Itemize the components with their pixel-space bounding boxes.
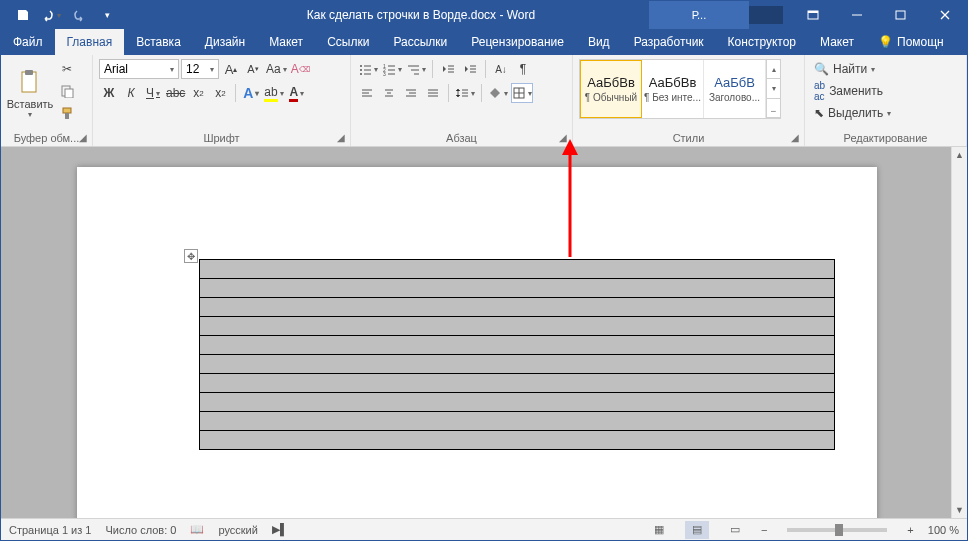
maximize-icon[interactable] — [879, 1, 923, 29]
table-row[interactable] — [200, 355, 835, 374]
scroll-down-icon[interactable]: ▼ — [952, 502, 967, 518]
paste-button[interactable]: Вставить ▾ — [7, 59, 53, 127]
group-styles-label: Стили — [579, 130, 798, 146]
font-launcher[interactable]: ◢ — [334, 130, 348, 144]
bullets-icon[interactable] — [357, 59, 379, 79]
tab-design[interactable]: Дизайн — [193, 29, 257, 55]
change-case-icon[interactable]: Aa — [265, 59, 288, 79]
format-painter-icon[interactable] — [57, 103, 77, 123]
read-mode-icon[interactable]: ▦ — [647, 521, 671, 539]
styles-launcher[interactable]: ◢ — [788, 130, 802, 144]
italic-button[interactable]: К — [121, 83, 141, 103]
tab-review[interactable]: Рецензирование — [459, 29, 576, 55]
ribbon-options-icon[interactable] — [791, 1, 835, 29]
zoom-level[interactable]: 100 % — [928, 524, 959, 536]
tab-insert[interactable]: Вставка — [124, 29, 193, 55]
group-font-label: Шрифт — [99, 130, 344, 146]
tab-table-layout[interactable]: Макет — [808, 29, 866, 55]
text-effects-icon[interactable]: A — [241, 83, 261, 103]
numbering-icon[interactable]: 123 — [381, 59, 403, 79]
font-size-combo[interactable]: 12▾ — [181, 59, 219, 79]
style-no-spacing[interactable]: АаБбВв ¶ Без инте... — [642, 60, 704, 118]
multilevel-icon[interactable] — [405, 59, 427, 79]
share-button[interactable] — [956, 29, 968, 55]
table-row[interactable] — [200, 298, 835, 317]
align-right-icon[interactable] — [401, 83, 421, 103]
table-row[interactable] — [200, 317, 835, 336]
table-row[interactable] — [200, 279, 835, 298]
table-row[interactable] — [200, 412, 835, 431]
vertical-scrollbar[interactable]: ▲ ▼ — [951, 147, 967, 518]
quick-access-toolbar: ▾ — [1, 3, 119, 27]
align-center-icon[interactable] — [379, 83, 399, 103]
tab-developer[interactable]: Разработчик — [622, 29, 716, 55]
find-button[interactable]: 🔍 Найти ▾ — [811, 59, 894, 79]
tab-file[interactable]: Файл — [1, 29, 55, 55]
table-row[interactable] — [200, 336, 835, 355]
tab-layout[interactable]: Макет — [257, 29, 315, 55]
select-button[interactable]: ⬉ Выделить ▾ — [811, 103, 894, 123]
zoom-out-icon[interactable]: − — [761, 524, 767, 536]
paragraph-launcher[interactable]: ◢ — [556, 130, 570, 144]
status-words[interactable]: Число слов: 0 — [105, 524, 176, 536]
save-icon[interactable] — [11, 3, 35, 27]
redo-icon[interactable] — [67, 3, 91, 27]
increase-indent-icon[interactable] — [460, 59, 480, 79]
justify-icon[interactable] — [423, 83, 443, 103]
decrease-indent-icon[interactable] — [438, 59, 458, 79]
replace-button[interactable]: abac Заменить — [811, 81, 894, 101]
subscript-icon[interactable]: x2 — [188, 83, 208, 103]
align-left-icon[interactable] — [357, 83, 377, 103]
scroll-up-icon[interactable]: ▲ — [952, 147, 967, 163]
style-gallery-expand[interactable]: ▴▾⎯ — [766, 60, 780, 118]
style-heading1[interactable]: АаБбВ Заголово... — [704, 60, 766, 118]
show-marks-icon[interactable]: ¶ — [513, 59, 533, 79]
table-row[interactable] — [200, 260, 835, 279]
status-language[interactable]: русский — [218, 524, 257, 536]
document-table[interactable] — [199, 259, 835, 450]
clipboard-launcher[interactable]: ◢ — [76, 130, 90, 144]
svg-rect-1 — [808, 11, 818, 13]
minimize-icon[interactable] — [835, 1, 879, 29]
highlight-icon[interactable]: ab — [263, 83, 284, 103]
cut-icon[interactable]: ✂ — [57, 59, 77, 79]
zoom-slider[interactable] — [787, 528, 887, 532]
copy-icon[interactable] — [57, 81, 77, 101]
style-normal[interactable]: АаБбВв ¶ Обычный — [580, 60, 642, 118]
tab-table-design[interactable]: Конструктор — [716, 29, 808, 55]
tab-home[interactable]: Главная — [55, 29, 125, 55]
macro-icon[interactable]: ▶▌ — [272, 523, 288, 536]
print-layout-icon[interactable]: ▤ — [685, 521, 709, 539]
shading-icon[interactable] — [487, 83, 509, 103]
replace-icon: abac — [814, 80, 825, 102]
web-layout-icon[interactable]: ▭ — [723, 521, 747, 539]
table-row[interactable] — [200, 431, 835, 450]
table-move-handle[interactable]: ✥ — [184, 249, 198, 263]
tell-me[interactable]: 💡 Помощн — [866, 29, 956, 55]
underline-button[interactable]: Ч — [143, 83, 163, 103]
tab-view[interactable]: Вид — [576, 29, 622, 55]
shrink-font-icon[interactable]: A▾ — [243, 59, 263, 79]
tab-mailings[interactable]: Рассылки — [381, 29, 459, 55]
close-icon[interactable] — [923, 1, 967, 29]
tab-references[interactable]: Ссылки — [315, 29, 381, 55]
sort-icon[interactable]: A↓ — [491, 59, 511, 79]
superscript-icon[interactable]: x2 — [210, 83, 230, 103]
clear-format-icon[interactable]: A⌫ — [290, 59, 311, 79]
line-spacing-icon[interactable] — [454, 83, 476, 103]
table-row[interactable] — [200, 374, 835, 393]
table-row[interactable] — [200, 393, 835, 412]
bold-button[interactable]: Ж — [99, 83, 119, 103]
group-editing: 🔍 Найти ▾ abac Заменить ⬉ Выделить ▾ Ред… — [805, 55, 967, 146]
group-paragraph-label: Абзац — [357, 130, 566, 146]
status-page[interactable]: Страница 1 из 1 — [9, 524, 91, 536]
undo-icon[interactable] — [39, 3, 63, 27]
qat-customize-icon[interactable]: ▾ — [95, 3, 119, 27]
font-color-icon[interactable]: A — [287, 83, 307, 103]
borders-icon[interactable] — [511, 83, 533, 103]
strike-button[interactable]: abc — [165, 83, 186, 103]
spellcheck-icon[interactable]: 📖 — [190, 523, 204, 536]
grow-font-icon[interactable]: A▴ — [221, 59, 241, 79]
zoom-in-icon[interactable]: + — [907, 524, 913, 536]
font-name-combo[interactable]: Arial▾ — [99, 59, 179, 79]
